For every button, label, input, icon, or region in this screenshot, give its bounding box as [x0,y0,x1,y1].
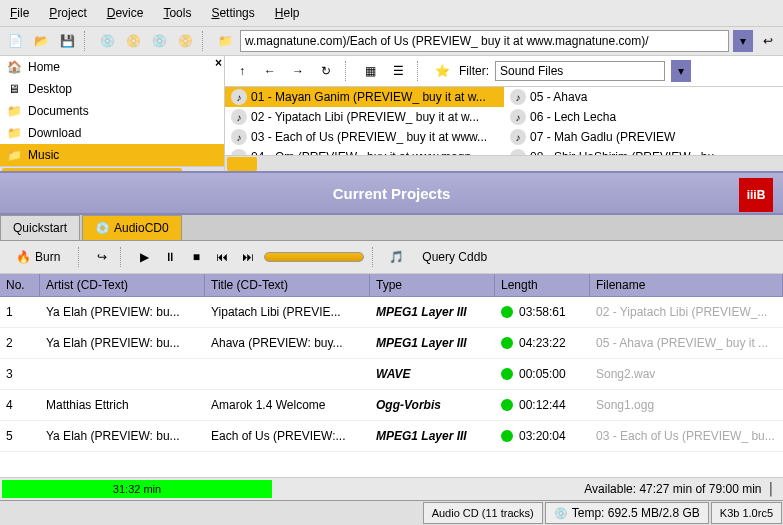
filter-dropdown[interactable]: ▾ [671,60,691,82]
audio-icon: ♪ [510,129,526,145]
track-row[interactable]: 5 Ya Elah (PREVIEW: bu... Each of Us (PR… [0,421,783,452]
pause-icon[interactable]: ⏸ [160,247,180,267]
folder-icon: 📁 [6,147,22,163]
track-header: No. Artist (CD-Text) Title (CD-Text) Typ… [0,274,783,297]
track-row[interactable]: 1 Ya Elah (PREVIEW: bu... Yipatach Libi … [0,297,783,328]
menu-file[interactable]: File [0,2,39,24]
file-item[interactable]: ♪07 - Mah Gadlu (PREVIEW [504,127,783,147]
tab-audiocd[interactable]: 💿 AudioCD0 [82,215,182,240]
k3b-logo: iiiB [739,178,773,212]
col-title[interactable]: Title (CD-Text) [205,274,370,296]
footer-bar: 31:32 min Available: 47:27 min of 79:00 … [0,477,783,500]
import-icon[interactable]: ↪ [92,247,112,267]
folder-icon[interactable]: 📁 [214,30,236,52]
audio-icon: ♪ [510,109,526,125]
status-dot [501,306,513,318]
new-icon[interactable]: 📄 [4,30,26,52]
listview-icon[interactable]: ☰ [387,60,409,82]
burn-button[interactable]: 🔥 Burn [6,247,70,267]
next-icon[interactable]: ⏭ [238,247,258,267]
track-list: No. Artist (CD-Text) Title (CD-Text) Typ… [0,274,783,477]
musicbrainz-icon[interactable]: 🎵 [386,247,406,267]
menu-help[interactable]: Help [265,2,310,24]
folder-icon: 📁 [6,125,22,141]
audio-icon: ♪ [231,89,247,105]
sidebar: × 🏠Home🖥Desktop📁Documents📁Download📁Music [0,56,225,171]
col-filename[interactable]: Filename [590,274,783,296]
sidebar-item-music[interactable]: 📁Music [0,144,224,166]
folder-icon: 📁 [6,103,22,119]
address-dropdown[interactable]: ▾ [733,30,753,52]
status-dot [501,368,513,380]
status-dot [501,430,513,442]
menu-settings[interactable]: Settings [201,2,264,24]
header-band: Current Projects iiiB [0,171,783,215]
col-artist[interactable]: Artist (CD-Text) [40,274,205,296]
iconview-icon[interactable]: ▦ [359,60,381,82]
status-dot [501,337,513,349]
audio-icon: ♪ [231,109,247,125]
file-scrollbar[interactable] [225,155,783,171]
sidebar-item-documents[interactable]: 📁Documents [0,100,224,122]
col-length[interactable]: Length [495,274,590,296]
address-input[interactable]: w.magnatune.com)/Each of Us (PREVIEW_ bu… [240,30,729,52]
track-row[interactable]: 4 Matthias Ettrich Amarok 1.4 Welcome Og… [0,390,783,421]
col-type[interactable]: Type [370,274,495,296]
status-dot [501,399,513,411]
file-item[interactable]: ♪05 - Ahava [504,87,783,107]
disc4-icon[interactable]: 📀 [174,30,196,52]
file-browser: ♪01 - Mayan Ganim (PREVIEW_ buy it at w.… [225,87,783,155]
status-temp: 💿 Temp: 692.5 MB/2.8 GB [545,502,709,524]
menu-project[interactable]: Project [39,2,96,24]
project-tabs: Quickstart 💿 AudioCD0 [0,215,783,241]
go-icon[interactable]: ↩ [757,30,779,52]
file-item[interactable]: ♪03 - Each of Us (PREVIEW_ buy it at www… [225,127,504,147]
sidebar-item-desktop[interactable]: 🖥Desktop [0,78,224,100]
menu-device[interactable]: Device [97,2,154,24]
audio-icon: ♪ [231,129,247,145]
main-toolbar: 📄 📂 💾 💿 📀 💿 📀 📁 w.magnatune.com)/Each of… [0,27,783,56]
browser-toolbar: ↑ ← → ↻ ▦ ☰ ⭐ Filter: Sound Files ▾ [225,56,783,87]
open-icon[interactable]: 📂 [30,30,52,52]
folder-icon: 🖥 [6,81,22,97]
close-icon[interactable]: × [215,56,222,70]
disc3-icon[interactable]: 💿 [148,30,170,52]
file-item[interactable]: ♪02 - Yipatach Libi (PREVIEW_ buy it at … [225,107,504,127]
available-text: Available: 47:27 min of 79:00 min [584,482,761,496]
folder-icon: 🏠 [6,59,22,75]
menu-tools[interactable]: Tools [153,2,201,24]
filter-label: Filter: [459,64,489,78]
save-icon[interactable]: 💾 [56,30,78,52]
sidebar-item-home[interactable]: 🏠Home [0,56,224,78]
disc2-icon[interactable]: 📀 [122,30,144,52]
reload-icon[interactable]: ↻ [315,60,337,82]
stop-icon[interactable]: ■ [186,247,206,267]
audio-icon: ♪ [510,89,526,105]
track-row[interactable]: 2 Ya Elah (PREVIEW: bu... Ahava (PREVIEW… [0,328,783,359]
project-toolbar: 🔥 Burn ↪ ▶ ⏸ ■ ⏮ ⏭ 🎵 Query Cddb [0,241,783,274]
cddb-button[interactable]: Query Cddb [412,247,497,267]
header-title: Current Projects [333,185,451,202]
file-item[interactable]: ♪04 - Om (PREVIEW_ buy it at www.magn... [225,147,504,155]
status-version: K3b 1.0rc5 [711,502,782,524]
seek-slider[interactable] [264,252,364,262]
back-icon[interactable]: ← [259,60,281,82]
statusbar: Audio CD (11 tracks) 💿 Temp: 692.5 MB/2.… [0,500,783,525]
track-row[interactable]: 3 WAVE 00:05:00 Song2.wav [0,359,783,390]
disc1-icon[interactable]: 💿 [96,30,118,52]
file-item[interactable]: ♪08 - Shir HaShirim (PREVIEW_ bu... [504,147,783,155]
forward-icon[interactable]: → [287,60,309,82]
col-no[interactable]: No. [0,274,40,296]
prev-icon[interactable]: ⏮ [212,247,232,267]
progress-bar: 31:32 min [2,480,272,498]
status-project: Audio CD (11 tracks) [423,502,543,524]
filter-input[interactable]: Sound Files [495,61,665,81]
file-item[interactable]: ♪01 - Mayan Ganim (PREVIEW_ buy it at w.… [225,87,504,107]
sidebar-item-download[interactable]: 📁Download [0,122,224,144]
up-icon[interactable]: ↑ [231,60,253,82]
tab-quickstart[interactable]: Quickstart [0,215,80,240]
file-item[interactable]: ♪06 - Lech Lecha [504,107,783,127]
play-icon[interactable]: ▶ [134,247,154,267]
bookmark-icon[interactable]: ⭐ [431,60,453,82]
menubar: File Project Device Tools Settings Help [0,0,783,27]
